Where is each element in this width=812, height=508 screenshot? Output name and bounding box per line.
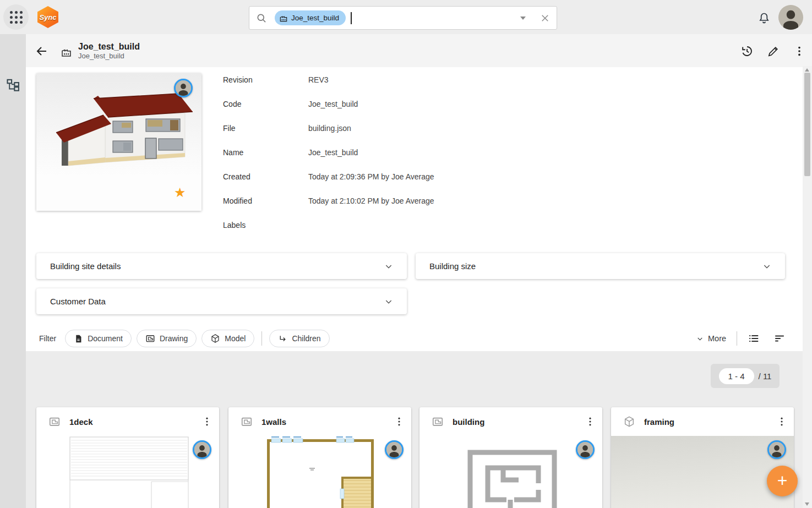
detail-label: Modified bbox=[223, 196, 308, 207]
section-title: Customer Data bbox=[50, 297, 384, 306]
card-title: 1walls bbox=[261, 417, 385, 427]
search-chip[interactable]: Joe_test_build bbox=[275, 10, 346, 25]
favorite-star-icon[interactable]: ★ bbox=[174, 186, 186, 199]
clear-search-icon[interactable] bbox=[540, 13, 550, 23]
caret-down-icon[interactable] bbox=[520, 17, 526, 20]
detail-value: building.json bbox=[308, 124, 351, 135]
filter-bar: Filter Document Drawing Model bbox=[39, 329, 330, 348]
scrollbar[interactable] bbox=[803, 66, 812, 508]
owner-avatar-badge bbox=[385, 440, 404, 459]
user-avatar[interactable] bbox=[778, 5, 803, 30]
filter-chip-document[interactable]: Document bbox=[65, 330, 132, 347]
card-header: building bbox=[419, 407, 602, 436]
section-customer-data[interactable]: Customer Data bbox=[36, 288, 407, 314]
header-menu-button[interactable] bbox=[792, 44, 806, 58]
history-icon bbox=[740, 45, 753, 58]
deck-plan-image bbox=[36, 436, 219, 508]
result-card-framing[interactable]: framing bbox=[611, 407, 794, 508]
owner-avatar-badge bbox=[576, 440, 595, 459]
detail-row: Modified Today at 2:10:02 PM by Joe Aver… bbox=[223, 196, 641, 207]
tree-view-icon bbox=[6, 77, 21, 92]
filter-chip-drawing[interactable]: Drawing bbox=[137, 330, 197, 347]
model-cube-icon bbox=[210, 334, 220, 343]
kebab-menu-icon bbox=[394, 416, 405, 427]
result-card-1walls[interactable]: 1walls bbox=[228, 407, 411, 508]
owner-avatar-badge bbox=[767, 440, 786, 459]
sort-button[interactable] bbox=[773, 332, 786, 345]
separator bbox=[737, 331, 737, 346]
card-menu-button[interactable] bbox=[394, 416, 405, 427]
pagination-range: 1 - 4 bbox=[719, 368, 754, 384]
scrollbar-thumb[interactable] bbox=[804, 73, 810, 176]
top-bar: Sync Joe_test_build bbox=[0, 0, 812, 34]
detail-label: Created bbox=[223, 172, 308, 183]
detail-value: Joe_test_build bbox=[308, 148, 358, 159]
card-header: 1walls bbox=[228, 407, 411, 436]
card-menu-button[interactable] bbox=[776, 416, 787, 427]
children-arrow-icon bbox=[278, 334, 287, 343]
edit-button[interactable] bbox=[766, 44, 780, 58]
scroll-up-arrow-icon[interactable] bbox=[805, 68, 809, 72]
detail-value: Joe_test_build bbox=[308, 100, 358, 111]
detail-row: Name Joe_test_build bbox=[223, 148, 641, 159]
section-building-site-details[interactable]: Building site details bbox=[36, 253, 407, 279]
view-controls: More bbox=[696, 329, 786, 348]
chip-label: Model bbox=[225, 334, 246, 343]
text-cursor bbox=[351, 12, 352, 24]
card-preview bbox=[611, 436, 794, 508]
model-cube-icon bbox=[623, 416, 635, 428]
result-card-building[interactable]: building bbox=[419, 407, 602, 508]
detail-label: Code bbox=[223, 100, 308, 111]
pagination-total: / 11 bbox=[759, 372, 772, 381]
card-preview bbox=[228, 436, 411, 508]
chip-label: Drawing bbox=[160, 334, 188, 343]
detail-label: File bbox=[223, 124, 308, 135]
card-menu-button[interactable] bbox=[585, 416, 596, 427]
revision-thumbnail[interactable]: ★ bbox=[36, 73, 201, 211]
result-card-1deck[interactable]: 1deck bbox=[36, 407, 219, 508]
search-bar[interactable]: Joe_test_build bbox=[249, 6, 557, 30]
app-root: Sync Joe_test_build bbox=[0, 0, 812, 508]
chip-label: Document bbox=[88, 334, 123, 343]
chip-label: Children bbox=[292, 334, 320, 343]
bell-icon bbox=[757, 12, 771, 25]
page-header: Joe_test_build Joe_test_build bbox=[26, 34, 812, 67]
detail-row: Revision REV3 bbox=[223, 75, 641, 86]
add-button[interactable]: + bbox=[767, 466, 798, 496]
notifications-button[interactable] bbox=[756, 10, 772, 26]
drawing-icon bbox=[48, 416, 61, 428]
list-view-icon bbox=[748, 332, 760, 345]
history-button[interactable] bbox=[739, 44, 754, 58]
list-view-button[interactable] bbox=[748, 332, 760, 345]
card-menu-button[interactable] bbox=[201, 416, 212, 427]
page-subtitle: Joe_test_build bbox=[78, 52, 140, 61]
more-label: More bbox=[708, 334, 726, 343]
sync-logo-text: Sync bbox=[39, 13, 56, 21]
tree-view-button[interactable] bbox=[5, 76, 21, 92]
back-button[interactable] bbox=[35, 44, 49, 58]
left-rail bbox=[0, 34, 26, 508]
section-title: Building site details bbox=[50, 261, 384, 271]
drawing-icon bbox=[432, 416, 444, 428]
pagination-control[interactable]: 1 - 4 / 11 bbox=[711, 364, 780, 388]
section-building-size[interactable]: Building size bbox=[416, 253, 785, 279]
separator bbox=[261, 331, 262, 346]
detail-value: Today at 2:09:36 PM by Joe Average bbox=[308, 172, 434, 183]
kebab-menu-icon bbox=[776, 416, 787, 427]
sync-logo[interactable]: Sync bbox=[37, 6, 58, 28]
filter-chip-model[interactable]: Model bbox=[201, 330, 254, 347]
scroll-down-arrow-icon[interactable] bbox=[805, 502, 809, 506]
search-chip-label: Joe_test_build bbox=[291, 14, 339, 22]
owner-avatar-badge bbox=[174, 79, 193, 97]
chevron-down-icon bbox=[384, 262, 393, 271]
drawing-icon bbox=[145, 334, 155, 343]
walls-plan-image bbox=[228, 436, 411, 508]
more-button[interactable]: More bbox=[696, 334, 726, 343]
chevron-down-icon bbox=[762, 262, 771, 271]
detail-label: Name bbox=[223, 148, 308, 159]
apps-grid-button[interactable] bbox=[3, 4, 29, 30]
filter-chip-children[interactable]: Children bbox=[269, 330, 329, 347]
search-icon bbox=[256, 13, 267, 24]
card-title: 1deck bbox=[69, 417, 193, 427]
drawing-icon bbox=[241, 416, 253, 428]
